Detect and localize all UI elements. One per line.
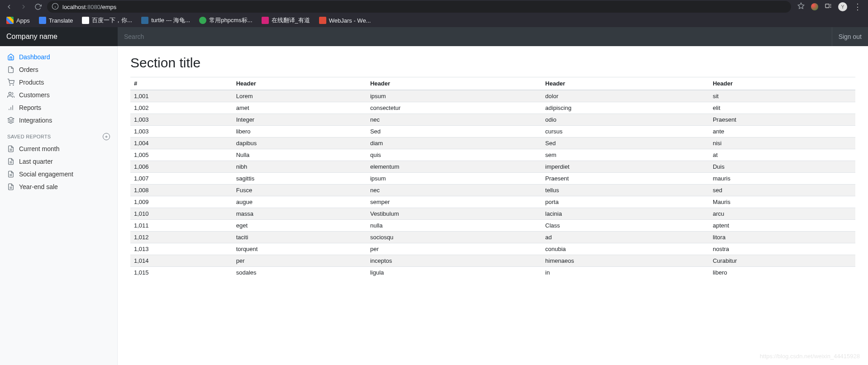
table-cell: 1,015 — [130, 267, 233, 279]
sidebar-item-dashboard[interactable]: Dashboard — [0, 51, 117, 63]
table-cell: ipsum — [367, 173, 542, 185]
url-path: /emps — [100, 4, 116, 10]
saved-report-item[interactable]: Last quarter — [0, 155, 117, 168]
table-cell: nostra — [709, 243, 855, 255]
bookmark-item[interactable]: Translate — [36, 15, 76, 25]
media-icon[interactable] — [825, 2, 832, 11]
table-cell: odio — [542, 114, 709, 126]
saved-report-label: Last quarter — [19, 158, 53, 165]
table-cell: dapibus — [233, 137, 367, 149]
table-cell: in — [542, 267, 709, 279]
table-cell: libero — [233, 126, 367, 137]
bookmark-label: 在线翻译_有道 — [272, 16, 310, 24]
table-cell: lacinia — [542, 208, 709, 220]
bookmark-item[interactable]: WebJars - We... — [316, 15, 374, 25]
table-cell: porta — [542, 196, 709, 208]
table-cell: taciti — [233, 232, 367, 243]
forward-button[interactable] — [18, 1, 29, 12]
back-button[interactable] — [4, 1, 14, 12]
file-text-icon — [7, 145, 14, 152]
table-row: 1,008Fuscenectellussed — [130, 185, 855, 196]
profile-avatar[interactable]: Y — [838, 2, 847, 11]
bookmark-item[interactable]: Apps — [4, 15, 33, 25]
star-icon[interactable] — [797, 2, 805, 11]
bookmark-label: turtle --- 海龟... — [151, 16, 190, 24]
extension-icon[interactable] — [811, 3, 818, 10]
sidebar-item-customers[interactable]: Customers — [0, 89, 117, 101]
saved-report-item[interactable]: Year-end sale — [0, 180, 117, 193]
table-header: Header — [542, 77, 709, 90]
table-cell: Class — [542, 220, 709, 232]
table-row: 1,007sagittisipsumPraesentmauris — [130, 173, 855, 185]
favicon-icon — [82, 17, 89, 24]
sidebar: DashboardOrdersProductsCustomersReportsI… — [0, 46, 118, 365]
table-cell: 1,014 — [130, 255, 233, 267]
table-cell: amet — [233, 102, 367, 114]
table-cell: 1,003 — [130, 114, 233, 126]
table-cell: nulla — [367, 220, 542, 232]
favicon-icon — [39, 17, 46, 24]
table-cell: torquent — [233, 243, 367, 255]
bookmark-item[interactable]: 常用phpcms标... — [196, 15, 255, 26]
table-cell: Curabitur — [709, 255, 855, 267]
table-cell: nibh — [233, 161, 367, 173]
table-cell: 1,006 — [130, 161, 233, 173]
file-text-icon — [7, 158, 14, 165]
table-row: 1,006nibhelementumimperdietDuis — [130, 161, 855, 173]
saved-report-item[interactable]: Social engagement — [0, 168, 117, 180]
table-row: 1,014perinceptoshimenaeosCurabitur — [130, 255, 855, 267]
sidebar-item-reports[interactable]: Reports — [0, 101, 117, 114]
table-cell: ligula — [367, 267, 542, 279]
users-icon — [7, 91, 14, 99]
sidebar-item-orders[interactable]: Orders — [0, 63, 117, 76]
bar-chart-icon — [7, 104, 14, 111]
table-cell: ante — [709, 126, 855, 137]
signout-link[interactable]: Sign out — [832, 27, 868, 46]
menu-icon[interactable]: ⋮ — [854, 3, 862, 11]
home-icon — [7, 53, 14, 61]
table-cell: diam — [367, 137, 542, 149]
table-cell: augue — [233, 196, 367, 208]
reload-button[interactable] — [33, 1, 43, 12]
bookmark-label: 百度一下，你... — [92, 16, 132, 24]
table-cell: ipsum — [367, 90, 542, 102]
bookmark-item[interactable]: 百度一下，你... — [79, 15, 135, 26]
table-cell: 1,001 — [130, 90, 233, 102]
table-cell: Sed — [367, 126, 542, 137]
cart-icon — [7, 79, 14, 86]
svg-marker-14 — [8, 117, 14, 120]
bookmark-item[interactable]: 在线翻译_有道 — [259, 15, 313, 26]
sidebar-heading: SAVED REPORTS + — [0, 127, 117, 142]
bookmark-label: Translate — [49, 17, 73, 24]
file-text-icon — [7, 183, 14, 190]
table-cell: himenaeos — [542, 255, 709, 267]
table-cell: 1,012 — [130, 232, 233, 243]
table-header: # — [130, 77, 233, 90]
bookmarks-bar: AppsTranslate百度一下，你...turtle --- 海龟...常用… — [0, 14, 868, 27]
table-cell: massa — [233, 208, 367, 220]
table-cell: sit — [709, 90, 855, 102]
sidebar-item-label: Orders — [19, 66, 38, 73]
bookmark-label: Apps — [16, 17, 30, 24]
table-cell: dolor — [542, 90, 709, 102]
sidebar-item-products[interactable]: Products — [0, 76, 117, 89]
saved-report-item[interactable]: Current month — [0, 142, 117, 155]
table-cell: 1,011 — [130, 220, 233, 232]
sidebar-item-integrations[interactable]: Integrations — [0, 114, 117, 127]
search-input[interactable] — [118, 27, 832, 46]
table-row: 1,010massaVestibulumlaciniaarcu — [130, 208, 855, 220]
url-bar[interactable]: localhost:8080/emps — [47, 1, 791, 13]
sidebar-item-label: Reports — [19, 104, 41, 111]
table-cell: Praesent — [709, 114, 855, 126]
search-wrap — [118, 27, 832, 46]
table-cell: sed — [709, 185, 855, 196]
svg-point-10 — [9, 92, 11, 95]
bookmark-item[interactable]: turtle --- 海龟... — [138, 15, 193, 26]
table-row: 1,011egetnullaClassaptent — [130, 220, 855, 232]
plus-circle-icon[interactable]: + — [103, 133, 110, 140]
brand[interactable]: Company name — [0, 27, 118, 46]
table-cell: quis — [367, 149, 542, 161]
table-cell: nec — [367, 185, 542, 196]
table-cell: cursus — [542, 126, 709, 137]
table-row: 1,015sodalesligulainlibero — [130, 267, 855, 279]
